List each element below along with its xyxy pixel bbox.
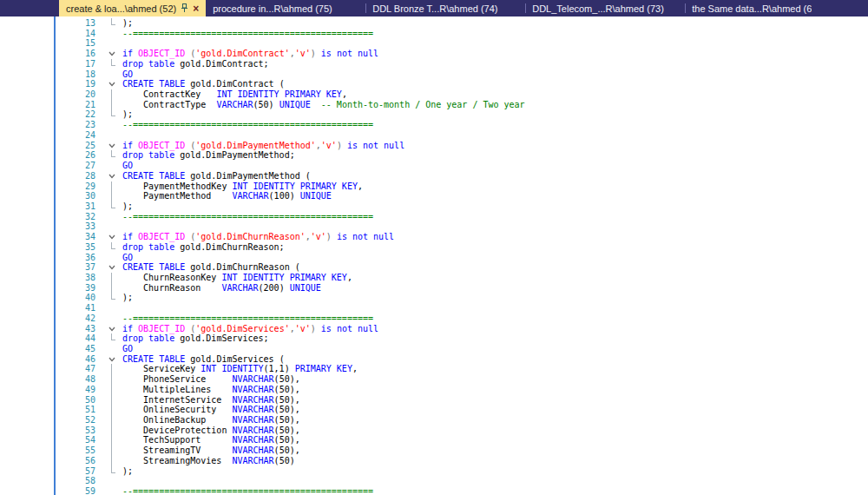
line-number: 52 <box>56 415 95 426</box>
fold-margin <box>95 242 122 253</box>
code-line[interactable]: 45GO <box>56 344 868 354</box>
line-number: 20 <box>56 89 95 100</box>
code-line[interactable]: 58 <box>56 476 868 486</box>
code-editor[interactable]: 13);14--================================… <box>0 16 868 495</box>
code-line[interactable]: 41 <box>56 303 868 314</box>
line-number: 35 <box>56 242 95 253</box>
code-line[interactable]: 32--====================================… <box>56 212 868 222</box>
code-line[interactable]: 31); <box>56 201 868 212</box>
code-line[interactable]: 59--====================================… <box>56 486 868 495</box>
code-line[interactable]: 46CREATE TABLE gold.DimServices ( <box>56 354 868 365</box>
tab-the-same-data[interactable]: the Same data...R\ahmed (6 <box>685 0 845 16</box>
fold-collapse-icon[interactable] <box>95 79 122 89</box>
code-line[interactable]: 22); <box>56 109 868 120</box>
code-text: TechSupport NVARCHAR(50), <box>122 435 300 446</box>
fold-margin <box>95 89 122 100</box>
close-icon[interactable]: × <box>193 3 199 14</box>
tab-create-and-load[interactable]: create & loa...\ahmed (52) × <box>59 0 206 16</box>
code-line[interactable]: 54 TechSupport NVARCHAR(50), <box>56 435 868 446</box>
code-line[interactable]: 17drop table gold.DimContract; <box>56 59 868 69</box>
code-text: if OBJECT_ID ('gold.DimPaymentMethod','v… <box>122 141 404 151</box>
code-line[interactable]: 55 StreamingTV NVARCHAR(50), <box>56 446 868 456</box>
code-line[interactable]: 27GO <box>56 161 868 171</box>
fold-collapse-icon[interactable] <box>95 262 122 273</box>
fold-margin <box>95 38 122 49</box>
code-line[interactable]: 36GO <box>56 253 868 263</box>
fold-margin <box>95 314 122 324</box>
fold-margin <box>95 221 122 232</box>
code-line[interactable]: 43if OBJECT_ID ('gold.DimServices','v') … <box>56 324 868 334</box>
fold-margin <box>95 466 122 477</box>
code-text: ); <box>122 109 133 120</box>
code-line[interactable]: 14--====================================… <box>56 29 868 39</box>
pin-icon[interactable] <box>181 3 188 13</box>
code-text: CREATE TABLE gold.DimServices ( <box>122 354 285 365</box>
code-line[interactable]: 40); <box>56 293 868 303</box>
code-text: GO <box>122 344 133 354</box>
code-line[interactable]: 37CREATE TABLE gold.DimChurnReason ( <box>56 262 868 273</box>
code-line[interactable]: 47 ServiceKey INT IDENTITY(1,1) PRIMARY … <box>56 364 868 374</box>
line-number: 22 <box>56 109 95 120</box>
line-number: 15 <box>56 38 95 49</box>
code-line[interactable]: 52 OnlineBackup NVARCHAR(50), <box>56 415 868 426</box>
code-line[interactable]: 53 DeviceProtection NVARCHAR(50), <box>56 426 868 436</box>
code-line[interactable]: 57); <box>56 466 868 477</box>
code-line[interactable]: 24 <box>56 130 868 141</box>
code-line[interactable]: 38 ChurnReasonKey INT IDENTITY PRIMARY K… <box>56 273 868 283</box>
code-line[interactable]: 19CREATE TABLE gold.DimContract ( <box>56 79 868 89</box>
line-number: 51 <box>56 405 95 415</box>
fold-margin <box>95 364 122 374</box>
code-line[interactable]: 25if OBJECT_ID ('gold.DimPaymentMethod',… <box>56 141 868 151</box>
tab-label: the Same data...R\ahmed (6 <box>692 3 812 14</box>
code-line[interactable]: 49 MultipleLines NVARCHAR(50), <box>56 385 868 395</box>
tab-procedure[interactable]: procedure in...R\ahmed (75) <box>206 0 365 16</box>
code-text: --======================================… <box>122 314 373 324</box>
tab-ddl-bronze[interactable]: DDL Bronze T...R\ahmed (74) <box>365 0 525 16</box>
code-line[interactable]: 33 <box>56 221 868 232</box>
line-number: 13 <box>56 18 95 29</box>
code-text: InternetService NVARCHAR(50), <box>122 395 300 406</box>
code-line[interactable]: 44drop table gold.DimServices; <box>56 333 868 344</box>
fold-margin <box>95 344 122 354</box>
tab-label: DDL Bronze T...R\ahmed (74) <box>372 3 497 14</box>
code-line[interactable]: 48 PhoneService NVARCHAR(50), <box>56 374 868 385</box>
code-line[interactable]: 16if OBJECT_ID ('gold.DimContract','v') … <box>56 49 868 59</box>
code-line[interactable]: 30 PaymentMethod VARCHAR(100) UNIQUE <box>56 191 868 201</box>
code-line[interactable]: 23--====================================… <box>56 120 868 130</box>
code-line[interactable]: 20 ContractKey INT IDENTITY PRIMARY KEY, <box>56 89 868 100</box>
code-line[interactable]: 51 OnlineSecurity NVARCHAR(50), <box>56 405 868 415</box>
code-line[interactable]: 34if OBJECT_ID ('gold.DimChurnReason','v… <box>56 232 868 242</box>
code-line[interactable]: 29 PaymentMethodKey INT IDENTITY PRIMARY… <box>56 182 868 192</box>
code-text: CREATE TABLE gold.DimPaymentMethod ( <box>122 171 311 182</box>
code-line[interactable]: 13); <box>56 18 868 29</box>
code-text: ); <box>122 18 133 29</box>
code-line[interactable]: 42--====================================… <box>56 314 868 324</box>
fold-collapse-icon[interactable] <box>95 49 122 59</box>
fold-collapse-icon[interactable] <box>95 141 122 151</box>
code-line[interactable]: 18GO <box>56 69 868 80</box>
code-line[interactable]: 56 StreamingMovies NVARCHAR(50) <box>56 456 868 466</box>
fold-margin <box>95 303 122 314</box>
code-line[interactable]: 21 ContractType VARCHAR(50) UNIQUE -- Mo… <box>56 100 868 110</box>
fold-collapse-icon[interactable] <box>95 324 122 334</box>
line-number: 50 <box>56 395 95 406</box>
fold-collapse-icon[interactable] <box>95 354 122 365</box>
fold-collapse-icon[interactable] <box>95 232 122 242</box>
tab-bar: create & loa...\ahmed (52) × procedure i… <box>0 0 868 16</box>
fold-margin <box>95 100 122 110</box>
code-line[interactable]: 50 InternetService NVARCHAR(50), <box>56 395 868 406</box>
fold-collapse-icon[interactable] <box>95 171 122 182</box>
fold-margin <box>95 395 122 406</box>
code-line[interactable]: 26drop table gold.DimPaymentMethod; <box>56 150 868 161</box>
code-text: GO <box>122 253 133 263</box>
fold-margin <box>95 29 122 39</box>
line-number: 30 <box>56 191 95 201</box>
line-number: 16 <box>56 49 95 59</box>
tab-ddl-telecom[interactable]: DDL_Telecom_...R\ahmed (73) <box>525 0 685 16</box>
code-line[interactable]: 35drop table gold.DimChurnReason; <box>56 242 868 253</box>
code-area[interactable]: 13);14--================================… <box>56 16 868 495</box>
code-line[interactable]: 15 <box>56 38 868 49</box>
code-line[interactable]: 28CREATE TABLE gold.DimPaymentMethod ( <box>56 171 868 182</box>
fold-margin <box>95 283 122 294</box>
code-line[interactable]: 39 ChurnReason VARCHAR(200) UNIQUE <box>56 283 868 294</box>
